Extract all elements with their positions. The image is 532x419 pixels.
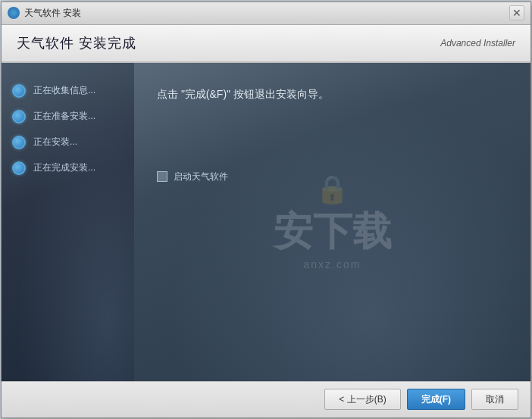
step-dot-collect: [12, 84, 26, 98]
cancel-button[interactable]: 取消: [471, 389, 518, 410]
launch-app-row: 启动天气软件: [157, 170, 508, 183]
instruction-text: 点击 "完成(&F)" 按钮退出安装向导。: [157, 86, 508, 102]
sidebar-item-finish: 正在完成安装...: [2, 155, 134, 181]
footer: < 上一步(B) 完成(F) 取消: [2, 381, 530, 417]
header-brand: Advanced Installer: [440, 38, 515, 48]
titlebar: 天气软件 安装 ✕: [2, 2, 530, 25]
header-title: 天气软件 安装完成: [17, 34, 136, 52]
step-dot-prepare: [12, 110, 26, 124]
watermark-en-text: anxz.com: [274, 258, 392, 270]
watermark-cn-text: 安下载: [274, 205, 392, 258]
header-bar: 天气软件 安装完成 Advanced Installer: [2, 25, 530, 63]
right-panel: 🔒 安下载 anxz.com 点击 "完成(&F)" 按钮退出安装向导。 启动天…: [134, 63, 530, 381]
close-button[interactable]: ✕: [509, 5, 524, 20]
step-dot-install: [12, 136, 26, 149]
sidebar-item-collect: 正在收集信息...: [2, 78, 134, 104]
sidebar-item-prepare: 正在准备安装...: [2, 104, 134, 130]
watermark: 🔒 安下载 anxz.com: [274, 174, 392, 270]
launch-app-checkbox[interactable]: [157, 171, 167, 182]
main-content: 正在收集信息... 正在准备安装... 正在安装... 正在完成安装... 🔒 …: [2, 63, 530, 381]
sidebar-item-label-finish: 正在完成安装...: [33, 161, 95, 174]
sidebar-item-label-install: 正在安装...: [33, 136, 77, 149]
sidebar-item-label-collect: 正在收集信息...: [33, 84, 95, 97]
launch-app-label: 启动天气软件: [174, 170, 228, 183]
back-button[interactable]: < 上一步(B): [324, 389, 400, 410]
titlebar-title: 天气软件 安装: [24, 7, 509, 20]
sidebar-item-label-prepare: 正在准备安装...: [33, 110, 95, 123]
installer-window: 天气软件 安装 ✕ 天气软件 安装完成 Advanced Installer 正…: [1, 2, 531, 418]
step-dot-finish: [12, 161, 26, 175]
finish-button[interactable]: 完成(F): [407, 389, 465, 410]
titlebar-icon: [8, 7, 20, 19]
sidebar-item-install: 正在安装...: [2, 130, 134, 155]
sidebar: 正在收集信息... 正在准备安装... 正在安装... 正在完成安装...: [2, 63, 134, 381]
